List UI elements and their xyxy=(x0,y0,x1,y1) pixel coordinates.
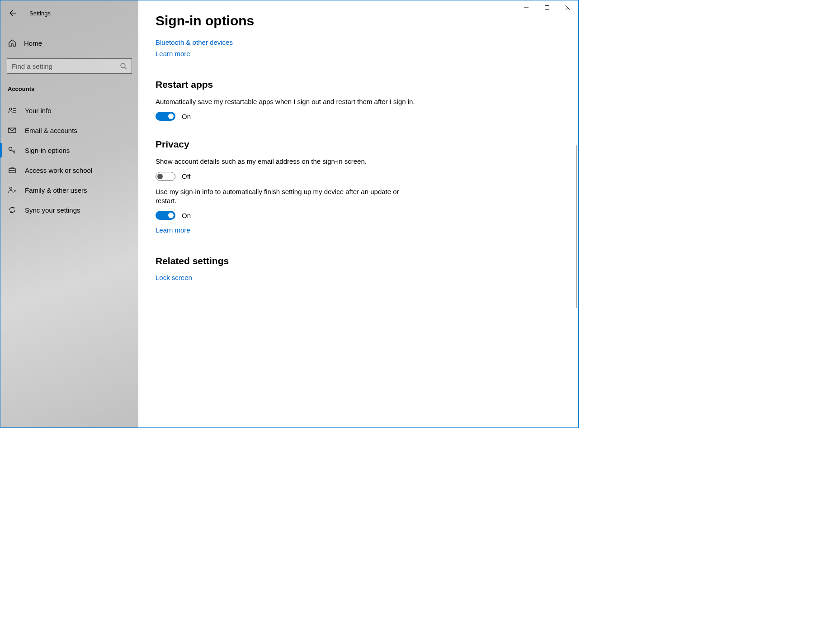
briefcase-icon xyxy=(8,166,17,175)
category-label: Accounts xyxy=(0,83,138,100)
sidebar-item-label: Sync your settings xyxy=(25,206,80,214)
sidebar-item-sync-settings[interactable]: Sync your settings xyxy=(0,200,138,220)
desc-privacy-show-account: Show account details such as my email ad… xyxy=(156,157,418,166)
nav-list: Your info Email & accounts xyxy=(0,100,138,220)
home-label: Home xyxy=(24,39,42,47)
sidebar-header: Settings xyxy=(0,5,138,21)
svg-point-7 xyxy=(9,108,12,110)
search-icon xyxy=(120,62,127,70)
toggle-use-signin[interactable] xyxy=(156,211,175,220)
close-button[interactable] xyxy=(557,0,578,15)
titlebar-buttons xyxy=(516,0,578,15)
desc-privacy-use-signin: Use my sign-in info to automatically fin… xyxy=(156,187,418,206)
key-icon xyxy=(8,146,17,155)
person-card-icon xyxy=(8,106,17,115)
svg-line-14 xyxy=(14,151,15,152)
sidebar-item-family-users[interactable]: Family & other users xyxy=(0,180,138,200)
settings-window: Settings Home Accounts xyxy=(0,0,579,428)
link-lock-screen[interactable]: Lock screen xyxy=(156,274,192,281)
svg-point-17 xyxy=(10,187,12,190)
mail-icon xyxy=(8,126,17,135)
sidebar-home[interactable]: Home xyxy=(0,34,138,52)
sidebar-item-access-work-school[interactable]: Access work or school xyxy=(0,160,138,180)
toggle-label-restart-apps: On xyxy=(182,113,191,120)
toggle-restart-apps[interactable] xyxy=(156,112,175,121)
toggle-row-use-signin: On xyxy=(156,211,561,220)
search-input[interactable] xyxy=(12,62,120,70)
sidebar-item-label: Access work or school xyxy=(25,166,92,174)
link-bluetooth-devices[interactable]: Bluetooth & other devices xyxy=(156,38,233,46)
sidebar-item-your-info[interactable]: Your info xyxy=(0,100,138,120)
sidebar-item-sign-in-options[interactable]: Sign-in options xyxy=(0,140,138,160)
toggle-label-show-account: Off xyxy=(182,172,191,180)
link-learn-more-top[interactable]: Learn more xyxy=(156,50,190,57)
svg-line-13 xyxy=(12,150,15,154)
sidebar-item-email-accounts[interactable]: Email & accounts xyxy=(0,120,138,140)
heading-restart-apps: Restart apps xyxy=(156,79,561,90)
sidebar-item-label: Family & other users xyxy=(25,186,87,194)
sidebar-item-label: Your info xyxy=(25,107,52,114)
svg-point-5 xyxy=(121,63,125,68)
window-title: Settings xyxy=(29,10,51,17)
page-title: Sign-in options xyxy=(156,13,561,28)
toggle-row-show-account: Off xyxy=(156,172,561,181)
person-add-icon xyxy=(8,185,17,195)
heading-related-settings: Related settings xyxy=(156,256,561,266)
svg-line-6 xyxy=(125,67,127,69)
toggle-show-account[interactable] xyxy=(156,172,175,181)
main-area: Settings Home Accounts xyxy=(0,0,578,427)
sync-icon xyxy=(8,205,17,214)
minimize-button[interactable] xyxy=(516,0,537,15)
toggle-label-use-signin: On xyxy=(182,212,191,219)
content-pane: Sign-in options Bluetooth & other device… xyxy=(138,0,578,427)
link-learn-more-privacy[interactable]: Learn more xyxy=(156,226,190,234)
desc-restart-apps: Automatically save my restartable apps w… xyxy=(156,97,418,106)
svg-point-12 xyxy=(9,147,12,151)
back-button[interactable] xyxy=(8,8,19,19)
toggle-row-restart-apps: On xyxy=(156,112,561,121)
sidebar-item-label: Email & accounts xyxy=(25,127,77,134)
scrollbar[interactable] xyxy=(576,145,577,308)
svg-rect-1 xyxy=(545,6,549,10)
maximize-button[interactable] xyxy=(537,0,557,15)
search-box[interactable] xyxy=(7,58,132,74)
home-icon xyxy=(8,38,17,47)
sidebar: Settings Home Accounts xyxy=(0,0,138,427)
heading-privacy: Privacy xyxy=(156,139,561,150)
sidebar-item-label: Sign-in options xyxy=(25,147,70,154)
